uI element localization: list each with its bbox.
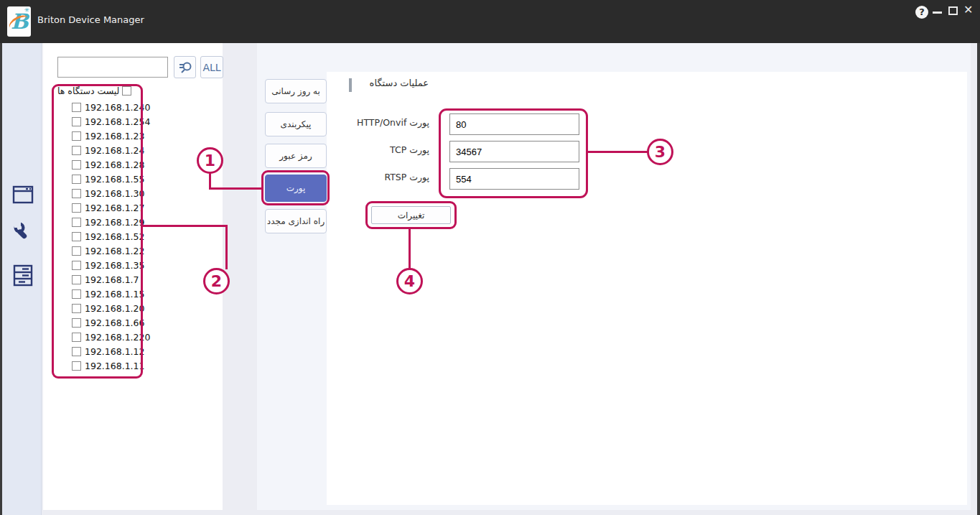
device-ip: 192.168.1.254 xyxy=(85,116,150,127)
window-border-right xyxy=(977,43,980,515)
device-row[interactable]: 192.168.1.55 xyxy=(72,172,145,186)
sidebar xyxy=(2,43,42,515)
http-onvif-port-label: پورت HTTP/Onvif xyxy=(337,117,429,128)
operations-card xyxy=(327,72,967,505)
search-button[interactable] xyxy=(174,56,196,78)
device-ip: 192.168.1.29 xyxy=(85,217,145,228)
device-checkbox[interactable] xyxy=(72,304,81,313)
app-window: B ✳ Briton Device Manager ? ✕ xyxy=(0,0,980,515)
device-checkbox[interactable] xyxy=(72,117,81,126)
sidebar-item-tools[interactable] xyxy=(11,220,34,244)
device-checkbox[interactable] xyxy=(72,131,81,141)
app-logo: B ✳ xyxy=(7,6,31,37)
http-onvif-port-input[interactable] xyxy=(449,113,579,135)
minimize-button[interactable] xyxy=(933,11,942,14)
device-ip: 192.168.1.220 xyxy=(85,332,150,343)
device-tree-root-label: لیست دستگاه ها xyxy=(57,85,119,96)
device-ip: 192.168.1.240 xyxy=(85,102,150,113)
device-row[interactable]: 192.168.1.23 xyxy=(72,129,145,143)
rtsp-port-label: پورت RTSP xyxy=(337,172,429,182)
device-ip: 192.168.1.7 xyxy=(85,274,139,285)
device-tree-root[interactable]: لیست دستگاه ها xyxy=(57,85,131,96)
device-row[interactable]: 192.168.1.11 xyxy=(72,358,145,373)
device-row[interactable]: 192.168.1.20 xyxy=(72,301,145,315)
device-checkbox[interactable] xyxy=(72,261,81,270)
maximize-button[interactable] xyxy=(948,6,958,15)
device-ip: 192.168.1.35 xyxy=(85,260,145,271)
device-row[interactable]: 192.168.1.12 xyxy=(72,344,145,358)
device-checkbox[interactable] xyxy=(72,232,81,241)
device-checkbox[interactable] xyxy=(72,333,81,342)
rtsp-port-input[interactable] xyxy=(449,168,579,190)
device-row[interactable]: 192.168.1.35 xyxy=(72,258,145,272)
device-row[interactable]: 192.168.1.29 xyxy=(72,215,145,229)
device-checkbox[interactable] xyxy=(72,275,81,284)
search-input[interactable] xyxy=(57,57,168,78)
device-checkbox[interactable] xyxy=(72,146,81,155)
device-checkbox[interactable] xyxy=(72,218,81,227)
device-row[interactable]: 192.168.1.27 xyxy=(72,200,145,215)
device-row[interactable]: 192.168.1.254 xyxy=(72,114,150,129)
help-icon: ? xyxy=(919,6,925,17)
device-row[interactable]: 192.168.1.24 xyxy=(72,143,145,157)
device-ip: 192.168.1.23 xyxy=(85,131,145,141)
device-ip: 192.168.1.20 xyxy=(85,303,145,314)
close-icon: ✕ xyxy=(963,3,973,17)
device-ip: 192.168.1.55 xyxy=(85,174,145,185)
titlebar: B ✳ Briton Device Manager ? ✕ xyxy=(0,0,980,43)
update-button[interactable]: به روز رسانی xyxy=(265,79,327,103)
device-row[interactable]: 192.168.1.66 xyxy=(72,315,145,330)
search-icon xyxy=(177,60,193,75)
annotation-line-2-vertical xyxy=(225,225,228,269)
device-checkbox[interactable] xyxy=(72,361,81,371)
device-ip: 192.168.1.11 xyxy=(85,361,145,371)
device-ip: 192.168.1.12 xyxy=(85,346,145,357)
window-icon xyxy=(11,182,34,207)
device-list-icon xyxy=(11,263,34,289)
device-ip: 192.168.1.52 xyxy=(85,231,145,242)
device-checkbox[interactable] xyxy=(72,246,81,256)
restart-button[interactable]: راه اندازی مجدد xyxy=(265,209,327,233)
device-row[interactable]: 192.168.1.22 xyxy=(72,243,145,258)
device-checkbox[interactable] xyxy=(72,318,81,328)
device-checkbox[interactable] xyxy=(72,289,81,299)
device-checkbox[interactable] xyxy=(72,175,81,184)
operations-header-bar xyxy=(349,78,352,92)
device-ip: 192.168.1.22 xyxy=(85,246,145,256)
close-button[interactable]: ✕ xyxy=(963,3,973,17)
device-checkbox[interactable] xyxy=(72,189,81,198)
device-checkbox[interactable] xyxy=(72,103,81,112)
device-ip: 192.168.1.27 xyxy=(85,203,145,213)
tcp-port-label: پورت TCP xyxy=(337,144,429,155)
port-button[interactable]: پورت xyxy=(265,175,327,202)
device-row[interactable]: 192.168.1.220 xyxy=(72,330,150,344)
device-row[interactable]: 192.168.1.28 xyxy=(72,157,145,172)
password-button[interactable]: رمز عبور xyxy=(265,144,327,168)
device-ip: 192.168.1.15 xyxy=(85,289,145,300)
operations-header: عملیات دستگاه xyxy=(357,78,429,88)
sidebar-item-device-window[interactable] xyxy=(11,182,34,207)
logo-spark-icon: ✳ xyxy=(24,6,29,14)
configuration-button[interactable]: پیکربندی xyxy=(265,112,327,136)
device-ip: 192.168.1.30 xyxy=(85,188,145,199)
device-row[interactable]: 192.168.1.30 xyxy=(72,186,145,200)
device-ip: 192.168.1.28 xyxy=(85,159,145,170)
changes-button[interactable]: تغییرات xyxy=(371,206,451,224)
help-button[interactable]: ? xyxy=(915,6,928,19)
device-checkbox[interactable] xyxy=(72,203,81,213)
root-checkbox[interactable] xyxy=(122,86,131,96)
sidebar-item-device-list[interactable] xyxy=(11,263,34,287)
device-row[interactable]: 192.168.1.240 xyxy=(72,100,150,114)
app-title: Briton Device Manager xyxy=(37,14,144,25)
device-row[interactable]: 192.168.1.7 xyxy=(72,272,139,287)
wrench-icon xyxy=(11,220,34,246)
device-checkbox[interactable] xyxy=(72,347,81,356)
device-checkbox[interactable] xyxy=(72,160,81,170)
device-ip: 192.168.1.24 xyxy=(85,145,145,156)
tcp-port-input[interactable] xyxy=(449,141,579,162)
device-ip: 192.168.1.66 xyxy=(85,317,145,328)
select-all-button[interactable]: ALL xyxy=(200,56,223,78)
device-row[interactable]: 192.168.1.15 xyxy=(72,287,145,301)
device-row[interactable]: 192.168.1.52 xyxy=(72,229,145,243)
